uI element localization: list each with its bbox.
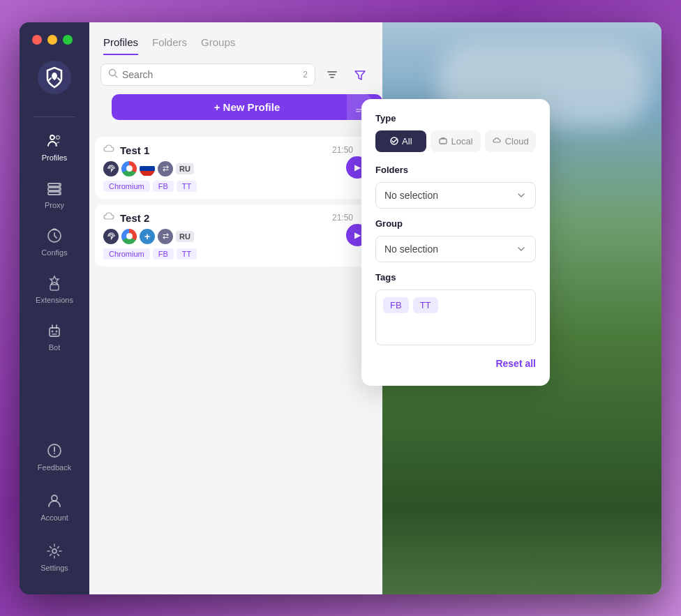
type-btn-local[interactable]: Local xyxy=(431,130,481,152)
tag-fb-1: FB xyxy=(153,181,174,192)
svg-rect-11 xyxy=(50,328,59,336)
close-button[interactable] xyxy=(32,35,42,45)
svg-point-8 xyxy=(59,193,60,194)
svg-point-17 xyxy=(52,549,57,553)
group-value: No selection xyxy=(384,243,438,255)
fingerprint-icon-2 xyxy=(103,229,119,244)
sync-icon-1: ⇄ xyxy=(158,161,173,176)
sidebar-label-extensions: Extensions xyxy=(36,296,73,304)
sidebar-item-extensions[interactable]: Extensions xyxy=(27,266,82,311)
cloud-icon-2 xyxy=(103,211,114,225)
sidebar: Profiles Proxy xyxy=(20,22,89,594)
settings-icon xyxy=(45,541,64,561)
app-window: Profiles Proxy xyxy=(20,22,661,594)
sidebar-item-configs[interactable]: Configs xyxy=(27,219,82,264)
bot-icon xyxy=(45,321,64,340)
search-input[interactable] xyxy=(122,69,299,80)
profile-icons-2: + ⇄ RU xyxy=(103,229,368,244)
profiles-list: Test 1 21:50 ✕ xyxy=(89,137,382,594)
type-buttons: All Local Cloud xyxy=(375,130,536,152)
sidebar-item-feedback[interactable]: Feedback xyxy=(27,434,82,479)
chrome-icon-1 xyxy=(121,161,137,176)
group-dropdown[interactable]: No selection xyxy=(375,236,536,262)
svg-point-15 xyxy=(54,453,55,454)
sidebar-bottom: Feedback Account Setti xyxy=(27,433,82,580)
svg-point-16 xyxy=(52,495,57,501)
search-bar: 2 xyxy=(89,55,382,94)
sort-button[interactable] xyxy=(321,63,343,86)
search-count: 2 xyxy=(303,70,308,80)
type-btn-local-label: Local xyxy=(451,136,472,147)
account-icon xyxy=(45,491,64,511)
svg-point-1 xyxy=(50,135,54,140)
new-profile-button[interactable]: + New Profile xyxy=(112,94,382,120)
reset-all-button[interactable]: Reset all xyxy=(375,355,536,372)
profile-name-1: Test 1 xyxy=(120,144,327,156)
tag-tt: TT xyxy=(413,297,438,313)
app-logo xyxy=(38,61,71,94)
tag-chromium-1: Chromium xyxy=(103,181,150,192)
sidebar-label-settings: Settings xyxy=(40,564,68,572)
profile-tags-2: Chromium FB TT xyxy=(103,248,368,260)
svg-rect-10 xyxy=(50,285,59,290)
svg-point-13 xyxy=(56,330,58,332)
tab-groups[interactable]: Groups xyxy=(201,36,235,55)
search-icon xyxy=(108,68,118,81)
extensions-icon xyxy=(45,273,64,293)
sidebar-item-bot[interactable]: Bot xyxy=(27,314,82,359)
folders-dropdown[interactable]: No selection xyxy=(375,182,536,209)
sidebar-label-bot: Bot xyxy=(49,343,61,352)
tabs-bar: Profiles Folders Groups xyxy=(89,22,382,55)
type-btn-cloud[interactable]: Cloud xyxy=(485,130,536,152)
tab-profiles[interactable]: Profiles xyxy=(103,36,138,55)
profile-item-test2[interactable]: Test 2 21:50 ✕ xyxy=(95,204,377,266)
proxy-icon xyxy=(45,179,64,198)
svg-point-2 xyxy=(57,135,60,139)
locale-badge-1: RU xyxy=(176,163,194,174)
fingerprint-icon-1 xyxy=(103,161,119,176)
svg-point-7 xyxy=(59,188,60,190)
profiles-panel: Profiles Folders Groups 2 xyxy=(89,22,382,594)
new-profile-wrap: + New Profile xyxy=(100,94,371,128)
sidebar-item-profiles[interactable]: Profiles xyxy=(27,124,82,169)
chrome-icon-2 xyxy=(121,229,137,244)
svg-point-12 xyxy=(52,330,54,332)
svg-point-18 xyxy=(110,69,116,75)
profile-item-test1[interactable]: Test 1 21:50 ✕ xyxy=(95,137,377,199)
sidebar-label-proxy: Proxy xyxy=(45,201,64,209)
type-btn-all[interactable]: All xyxy=(375,130,426,152)
tags-section-title: Tags xyxy=(375,272,536,283)
main-panel: Profiles Folders Groups 2 xyxy=(89,22,661,594)
search-input-wrap[interactable]: 2 xyxy=(100,63,315,86)
sidebar-item-settings[interactable]: Settings xyxy=(27,534,82,579)
plus-icon-2: + xyxy=(140,229,155,244)
tab-folders[interactable]: Folders xyxy=(152,36,187,55)
profile-name-2: Test 2 xyxy=(120,212,327,224)
maximize-button[interactable] xyxy=(63,35,73,45)
folders-section-title: Folders xyxy=(375,165,536,175)
tags-area: FB TT xyxy=(375,290,536,345)
sync-icon-2: ⇄ xyxy=(158,229,173,244)
profile-icons-1: ⇄ RU xyxy=(103,161,368,176)
sidebar-label-feedback: Feedback xyxy=(38,463,71,472)
configs-icon xyxy=(45,226,64,246)
sidebar-item-account[interactable]: Account xyxy=(27,484,82,529)
sidebar-item-proxy[interactable]: Proxy xyxy=(27,172,82,216)
content-area: Profiles Folders Groups 2 xyxy=(89,22,661,594)
sidebar-label-profiles: Profiles xyxy=(42,153,68,162)
minimize-button[interactable] xyxy=(47,35,57,45)
sidebar-label-configs: Configs xyxy=(41,248,67,257)
locale-badge-2: RU xyxy=(176,231,194,242)
tag-tt-2: TT xyxy=(177,248,197,260)
profiles-icon xyxy=(45,131,64,151)
svg-point-6 xyxy=(59,184,60,186)
profile-time-1: 21:50 xyxy=(332,145,353,155)
profile-tags-1: Chromium FB TT xyxy=(103,181,368,192)
traffic-lights xyxy=(32,35,73,45)
tag-fb: FB xyxy=(383,297,409,313)
tag-chromium-2: Chromium xyxy=(103,248,150,260)
filter-button[interactable] xyxy=(349,63,371,86)
profile-time-2: 21:50 xyxy=(332,213,353,223)
svg-rect-22 xyxy=(440,139,447,144)
sidebar-label-account: Account xyxy=(40,513,68,522)
